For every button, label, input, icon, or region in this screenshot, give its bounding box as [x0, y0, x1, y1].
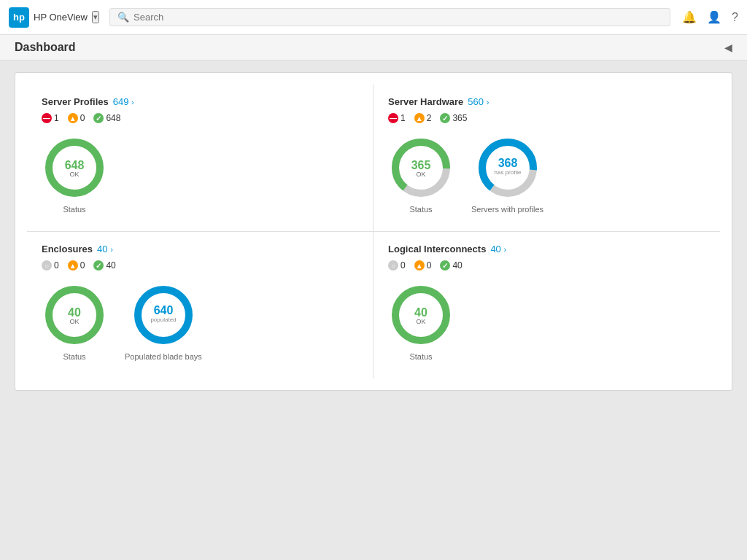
enclosures-charts: 40 OK Status 640 populated Populated bla… — [42, 282, 358, 361]
enc-warning-badge: ▲ 0 — [68, 260, 85, 271]
sp-error-badge: — 1 — [42, 113, 59, 123]
sp-status-chart[interactable]: 648 OK Status — [42, 135, 107, 214]
svg-text:640: 640 — [154, 304, 174, 316]
server-profiles-count[interactable]: 649 › — [113, 96, 134, 107]
li-ok-icon: ✓ — [440, 260, 450, 271]
li-title: Logical Interconnects — [388, 244, 486, 254]
brand-dropdown-button[interactable]: ▾ — [92, 11, 99, 23]
search-bar: 🔍 — [109, 8, 670, 26]
sp-error-icon: — — [42, 113, 52, 123]
sp-ok-icon: ✓ — [93, 113, 104, 123]
search-input[interactable] — [133, 12, 662, 23]
notifications-button[interactable]: 🔔 — [682, 10, 697, 24]
svg-text:OK: OK — [416, 318, 425, 325]
top-navigation: hp HP OneView ▾ 🔍 🔔 👤 ? — [0, 0, 747, 35]
enclosures-count[interactable]: 40 › — [97, 244, 113, 254]
li-charts: 40 OK Status — [388, 282, 705, 361]
server-profiles-charts: 648 OK Status — [42, 135, 358, 214]
sh-profiles-chart[interactable]: 368 has profile Servers with profiles — [471, 135, 543, 214]
server-hardware-header: Server Hardware 560 › — [388, 96, 705, 107]
page-title: Dashboard — [15, 41, 76, 54]
server-profiles-section: Server Profiles 649 › — 1 ▲ 0 ✓ — [27, 85, 374, 232]
server-profiles-title: Server Profiles — [42, 96, 109, 107]
svg-text:populated: populated — [150, 316, 176, 323]
li-warning-badge: ▲ 0 — [414, 260, 432, 271]
enc-status-chart[interactable]: 40 OK Status — [42, 282, 107, 361]
enc-bays-chart[interactable]: 640 populated Populated blade bays — [125, 282, 202, 361]
sh-ok-badge: ✓ 365 — [440, 113, 467, 123]
svg-text:648: 648 — [65, 159, 85, 171]
sh-profiles-label: Servers with profiles — [471, 205, 543, 214]
server-hardware-charts: 365 OK Status 368 has profile — [388, 135, 705, 214]
main-content: Server Profiles 649 › — 1 ▲ 0 ✓ — [0, 61, 747, 402]
svg-text:OK: OK — [69, 171, 79, 178]
search-icon: 🔍 — [117, 12, 129, 23]
enclosures-title: Enclosures — [42, 244, 93, 254]
brand-area: hp HP OneView ▾ — [9, 7, 104, 28]
brand-name: HP OneView — [34, 12, 88, 23]
user-button[interactable]: 👤 — [707, 10, 721, 24]
sh-status-label: Status — [409, 205, 432, 214]
svg-text:365: 365 — [411, 159, 431, 171]
sh-error-badge: — 1 — [388, 113, 406, 123]
svg-text:OK: OK — [416, 171, 425, 178]
sp-warning-badge: ▲ 0 — [68, 113, 85, 123]
li-status-chart[interactable]: 40 OK Status — [388, 282, 454, 361]
dashboard-card: Server Profiles 649 › — 1 ▲ 0 ✓ — [15, 72, 732, 391]
sh-status-chart[interactable]: 365 OK Status — [388, 135, 454, 214]
svg-text:368: 368 — [498, 157, 517, 169]
sh-warning-icon: ▲ — [414, 113, 425, 123]
nav-icons: 🔔 👤 ? — [682, 10, 738, 24]
sh-ok-icon: ✓ — [440, 113, 450, 123]
li-unknown-icon: ○ — [388, 260, 398, 271]
li-count[interactable]: 40 › — [490, 244, 506, 254]
li-status-row: ○ 0 ▲ 0 ✓ 40 — [388, 260, 705, 271]
enclosures-section: Enclosures 40 › ○ 0 ▲ 0 ✓ — [27, 232, 374, 378]
server-profiles-header: Server Profiles 649 › — [42, 96, 358, 107]
help-button[interactable]: ? — [732, 11, 738, 24]
server-hardware-count[interactable]: 560 › — [468, 96, 489, 107]
enc-status-label: Status — [63, 352, 85, 361]
page-header: Dashboard ◀ — [0, 35, 747, 61]
server-hardware-section: Server Hardware 560 › — 1 ▲ 2 ✓ — [374, 85, 720, 232]
enc-bays-label: Populated blade bays — [125, 352, 202, 361]
li-header: Logical Interconnects 40 › — [388, 244, 705, 254]
sp-status-label: Status — [63, 205, 85, 214]
enclosures-header: Enclosures 40 › — [42, 244, 358, 254]
enc-warning-icon: ▲ — [68, 260, 78, 271]
sh-error-icon: — — [388, 113, 398, 123]
collapse-button[interactable]: ◀ — [724, 42, 732, 53]
sp-ok-badge: ✓ 648 — [93, 113, 120, 123]
logical-interconnects-section: Logical Interconnects 40 › ○ 0 ▲ 0 — [374, 232, 720, 378]
svg-text:OK: OK — [69, 318, 79, 325]
enclosures-status-row: ○ 0 ▲ 0 ✓ 40 — [42, 260, 358, 271]
svg-text:has profile: has profile — [494, 169, 521, 176]
svg-text:40: 40 — [414, 306, 427, 319]
sh-warning-badge: ▲ 2 — [414, 113, 432, 123]
hp-logo: hp — [9, 7, 29, 28]
server-hardware-title: Server Hardware — [388, 96, 463, 107]
li-unknown-badge: ○ 0 — [388, 260, 406, 271]
li-ok-badge: ✓ 40 — [440, 260, 462, 271]
enc-ok-icon: ✓ — [93, 260, 104, 271]
dashboard-grid: Server Profiles 649 › — 1 ▲ 0 ✓ — [27, 85, 720, 378]
svg-text:40: 40 — [68, 306, 81, 319]
enc-unknown-badge: ○ 0 — [42, 260, 59, 271]
sp-warning-icon: ▲ — [68, 113, 78, 123]
li-status-label: Status — [409, 352, 432, 361]
li-warning-icon: ▲ — [414, 260, 425, 271]
enc-ok-badge: ✓ 40 — [93, 260, 115, 271]
enc-unknown-icon: ○ — [42, 260, 52, 271]
server-hardware-status-row: — 1 ▲ 2 ✓ 365 — [388, 113, 705, 123]
server-profiles-status-row: — 1 ▲ 0 ✓ 648 — [42, 113, 358, 123]
